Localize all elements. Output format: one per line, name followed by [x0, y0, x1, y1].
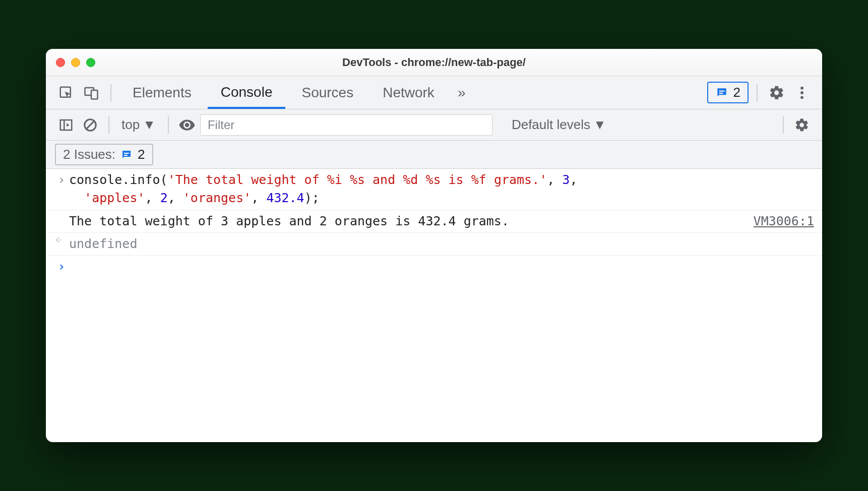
- return-value: undefined: [69, 235, 814, 253]
- svg-line-11: [87, 121, 94, 129]
- context-label: top: [121, 117, 140, 133]
- input-chevron-icon: ›: [54, 171, 69, 208]
- issues-count-label: 2: [733, 85, 740, 100]
- issues-counter[interactable]: 2: [707, 82, 749, 103]
- message-source-link[interactable]: VM3006:1: [743, 212, 814, 230]
- issues-icon: [715, 86, 728, 99]
- console-toolbar: top ▼ Filter Default levels ▼: [46, 109, 822, 141]
- tab-elements[interactable]: Elements: [119, 77, 205, 108]
- chevron-down-icon: ▼: [593, 117, 606, 133]
- log-levels-selector[interactable]: Default levels ▼: [507, 117, 611, 133]
- live-expression-icon[interactable]: [176, 114, 198, 136]
- console-return-value: undefined: [46, 233, 822, 256]
- return-arrow-icon: [54, 235, 69, 253]
- tabs-overflow-button[interactable]: »: [451, 77, 473, 108]
- console-input-code: console.info('The total weight of %i %s …: [69, 171, 814, 208]
- svg-rect-3: [719, 90, 724, 91]
- svg-point-5: [800, 86, 803, 89]
- console-output: › console.info('The total weight of %i %…: [46, 169, 822, 442]
- svg-rect-13: [124, 155, 128, 156]
- settings-icon[interactable]: [766, 82, 788, 104]
- log-text: The total weight of 3 apples and 2 orang…: [69, 212, 743, 230]
- tab-console[interactable]: Console: [208, 78, 286, 109]
- levels-label: Default levels: [512, 117, 590, 133]
- filter-placeholder: Filter: [208, 118, 234, 132]
- svg-rect-8: [60, 120, 72, 130]
- minimize-window-button[interactable]: [71, 58, 80, 67]
- execution-context-selector[interactable]: top ▼: [116, 117, 161, 133]
- tab-sources[interactable]: Sources: [288, 77, 366, 108]
- device-toolbar-icon[interactable]: [80, 82, 102, 104]
- window-controls: [56, 58, 95, 67]
- clear-console-icon[interactable]: [79, 114, 101, 136]
- console-settings-icon[interactable]: [791, 114, 813, 136]
- svg-point-14: [59, 239, 61, 241]
- toggle-sidebar-icon[interactable]: [55, 114, 77, 136]
- divider: [168, 116, 169, 134]
- svg-rect-12: [124, 153, 129, 154]
- tab-network[interactable]: Network: [369, 77, 448, 108]
- svg-point-6: [800, 91, 803, 94]
- issues-summary[interactable]: 2 Issues: 2: [55, 144, 153, 165]
- chevron-down-icon: ▼: [143, 117, 156, 133]
- window-title: DevTools - chrome://new-tab-page/: [46, 56, 822, 69]
- console-log-message: · The total weight of 3 apples and 2 ora…: [46, 210, 822, 233]
- console-prompt[interactable]: ›: [46, 256, 822, 278]
- titlebar: DevTools - chrome://new-tab-page/: [46, 49, 822, 76]
- devtools-window: DevTools - chrome://new-tab-page/ Elemen…: [46, 49, 822, 442]
- prompt-chevron-icon: ›: [54, 258, 69, 276]
- divider: [783, 116, 784, 134]
- issues-bar: 2 Issues: 2: [46, 141, 822, 169]
- svg-rect-2: [91, 90, 98, 99]
- issues-label: 2 Issues:: [63, 147, 115, 162]
- svg-point-7: [800, 96, 803, 99]
- issues-icon: [120, 149, 133, 161]
- panel-tabs: Elements Console Sources Network » 2: [46, 76, 822, 109]
- svg-rect-4: [719, 93, 723, 94]
- inspect-element-icon[interactable]: [55, 82, 77, 104]
- divider: [757, 84, 758, 101]
- console-input-line[interactable]: [69, 258, 814, 276]
- close-window-button[interactable]: [56, 58, 65, 67]
- filter-input[interactable]: Filter: [200, 114, 492, 136]
- issues-bar-count: 2: [138, 147, 145, 162]
- zoom-window-button[interactable]: [86, 58, 95, 67]
- console-input-echo: › console.info('The total weight of %i %…: [46, 169, 822, 210]
- divider: [108, 116, 109, 134]
- divider: [110, 84, 111, 101]
- more-options-icon[interactable]: [791, 82, 813, 104]
